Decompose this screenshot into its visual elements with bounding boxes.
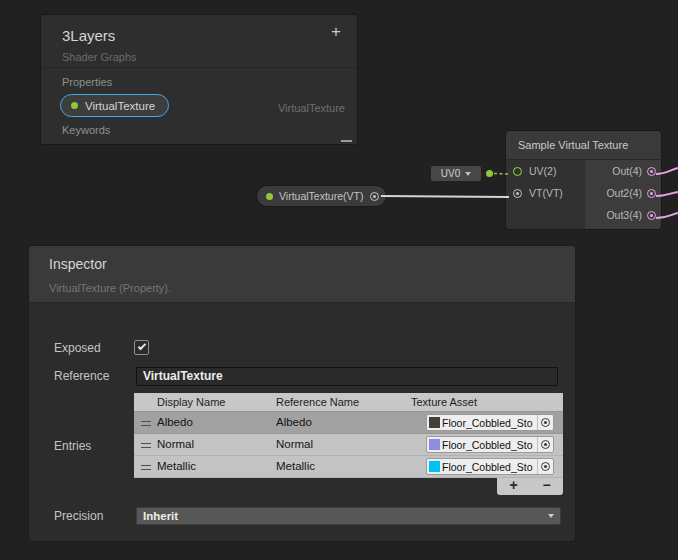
- resize-grip[interactable]: [341, 140, 352, 142]
- out2-port[interactable]: [647, 189, 656, 198]
- section-properties: Properties: [62, 76, 112, 88]
- object-picker-icon: [541, 418, 550, 427]
- output-row-out3: Out3(4): [585, 204, 661, 226]
- uv-wire-dot-icon: [486, 170, 493, 177]
- property-type-label: VirtualTexture: [278, 102, 345, 114]
- reference-name-cell[interactable]: Metallic: [276, 460, 315, 472]
- display-name-cell[interactable]: Metallic: [157, 460, 196, 472]
- inspector-title: Inspector: [49, 256, 107, 272]
- property-pill-label: VirtualTexture: [85, 100, 155, 112]
- property-output-port[interactable]: [370, 192, 379, 201]
- vt-input-label: VT(VT): [529, 187, 563, 199]
- chevron-down-icon: [465, 172, 471, 176]
- reference-name-cell[interactable]: Normal: [276, 438, 313, 450]
- sample-virtual-texture-node[interactable]: Sample Virtual Texture UV(2) VT(VT) Out(…: [505, 130, 662, 230]
- texture-swatch: [429, 461, 440, 472]
- out3-label: Out3(4): [606, 209, 642, 221]
- drag-handle-icon[interactable]: [141, 443, 151, 448]
- virtualtexture-property-node[interactable]: VirtualTexture(VT): [256, 185, 387, 207]
- col-display-name: Display Name: [157, 396, 225, 408]
- table-row[interactable]: Albedo Albedo Floor_Cobbled_Sto: [134, 412, 563, 434]
- node-inputs: UV(2) VT(VT): [506, 160, 585, 230]
- property-node-label: VirtualTexture(VT): [279, 190, 363, 202]
- object-picker-button[interactable]: [537, 459, 553, 474]
- texture-asset-name: Floor_Cobbled_Sto: [442, 439, 537, 451]
- texture-asset-field[interactable]: Floor_Cobbled_Sto: [426, 414, 554, 431]
- object-picker-icon: [541, 440, 550, 449]
- property-pill-virtualtexture[interactable]: VirtualTexture: [60, 94, 169, 117]
- remove-entry-button[interactable]: −: [530, 478, 563, 495]
- drag-handle-icon[interactable]: [141, 421, 151, 426]
- output-row-out: Out(4): [585, 160, 661, 182]
- reference-label: Reference: [54, 369, 109, 383]
- texture-swatch: [429, 439, 440, 450]
- table-row[interactable]: Normal Normal Floor_Cobbled_Sto: [134, 434, 563, 456]
- blackboard-panel[interactable]: 3Layers + Shader Graphs Properties Virtu…: [40, 14, 358, 145]
- uv-channel-value: UV0: [441, 168, 460, 179]
- out3-port[interactable]: [647, 211, 656, 220]
- precision-label: Precision: [54, 509, 103, 523]
- exposed-label: Exposed: [54, 341, 101, 355]
- table-row[interactable]: Metallic Metallic Floor_Cobbled_Sto: [134, 456, 563, 478]
- table-header-row: Display Name Reference Name Texture Asse…: [134, 393, 563, 412]
- texture-swatch: [429, 417, 440, 428]
- blackboard-title: 3Layers: [62, 27, 115, 44]
- precision-value: Inherit: [137, 510, 548, 522]
- uv-input-label: UV(2): [529, 165, 556, 177]
- node-title: Sample Virtual Texture: [506, 131, 661, 160]
- section-keywords: Keywords: [62, 124, 110, 136]
- wire-vt: [381, 196, 509, 197]
- reference-name-cell[interactable]: Albedo: [276, 416, 312, 428]
- property-type-dot-icon: [71, 102, 78, 109]
- divider: [41, 67, 357, 68]
- property-type-dot-icon: [266, 193, 273, 200]
- node-outputs: Out(4) Out2(4) Out3(4): [585, 160, 661, 230]
- out-label: Out(4): [612, 165, 642, 177]
- checkmark-icon: [138, 342, 146, 350]
- reference-input[interactable]: VirtualTexture: [136, 367, 558, 386]
- input-row-vt: VT(VT): [506, 182, 585, 204]
- texture-asset-name: Floor_Cobbled_Sto: [442, 417, 537, 429]
- object-picker-button[interactable]: [537, 415, 553, 430]
- out-port[interactable]: [647, 167, 656, 176]
- object-picker-icon: [541, 462, 550, 471]
- drag-handle-icon[interactable]: [141, 465, 151, 470]
- inspector-panel: Inspector VirtualTexture (Property). Exp…: [28, 245, 576, 542]
- display-name-cell[interactable]: Normal: [157, 438, 194, 450]
- col-texture-asset: Texture Asset: [411, 396, 477, 408]
- entries-table: Display Name Reference Name Texture Asse…: [134, 393, 563, 478]
- inspector-header: Inspector VirtualTexture (Property).: [29, 246, 575, 303]
- uv-input-port[interactable]: [513, 167, 522, 176]
- table-footer: + −: [497, 478, 563, 495]
- entries-label: Entries: [54, 439, 91, 453]
- texture-asset-field[interactable]: Floor_Cobbled_Sto: [426, 458, 554, 475]
- blackboard-subtitle: Shader Graphs: [62, 51, 137, 63]
- input-row-uv: UV(2): [506, 160, 585, 182]
- add-entry-button[interactable]: +: [497, 478, 530, 495]
- texture-asset-field[interactable]: Floor_Cobbled_Sto: [426, 436, 554, 453]
- inspector-subtitle: VirtualTexture (Property).: [49, 282, 171, 294]
- object-picker-button[interactable]: [537, 437, 553, 452]
- exposed-checkbox[interactable]: [134, 340, 149, 355]
- display-name-cell[interactable]: Albedo: [157, 416, 193, 428]
- add-property-button[interactable]: +: [325, 21, 347, 43]
- out2-label: Out2(4): [606, 187, 642, 199]
- uv-channel-dropdown[interactable]: UV0: [431, 166, 481, 181]
- output-row-out2: Out2(4): [585, 182, 661, 204]
- vt-input-port[interactable]: [513, 189, 522, 198]
- chevron-down-icon: [548, 514, 554, 518]
- col-reference-name: Reference Name: [276, 396, 359, 408]
- texture-asset-name: Floor_Cobbled_Sto: [442, 461, 537, 473]
- precision-dropdown[interactable]: Inherit: [136, 507, 561, 525]
